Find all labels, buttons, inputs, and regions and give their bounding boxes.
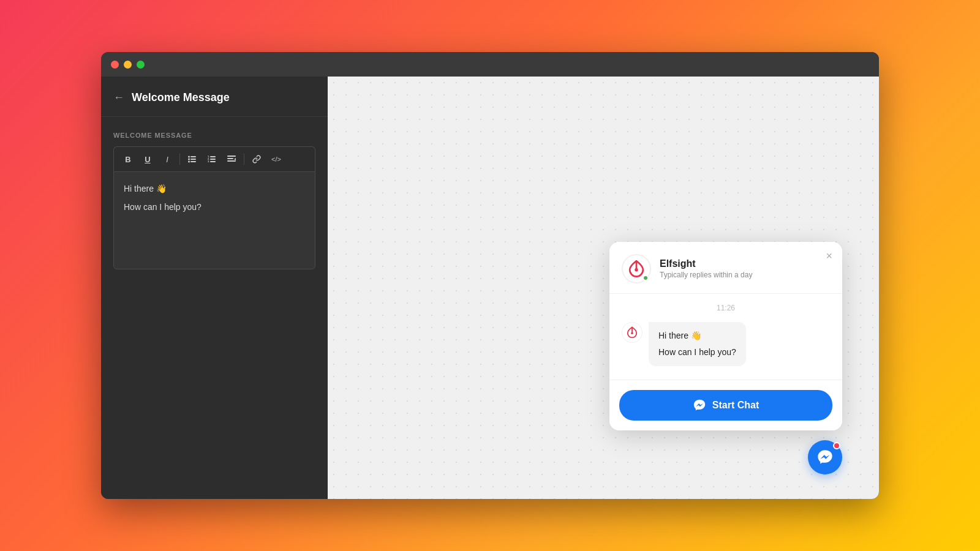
- message-editor[interactable]: Hi there 👋 How can I help you?: [113, 171, 315, 269]
- svg-rect-13: [227, 158, 233, 159]
- chat-footer: Start Chat: [609, 380, 842, 430]
- traffic-light-yellow[interactable]: [124, 61, 132, 69]
- sidebar-body: WELCOME MESSAGE B U I 1.2.3.: [101, 117, 328, 284]
- start-chat-button[interactable]: Start Chat: [619, 390, 832, 421]
- svg-rect-14: [227, 160, 236, 162]
- chat-message-avatar: [622, 322, 643, 343]
- link-button[interactable]: [247, 151, 266, 168]
- browser-content: ← Welcome Message WELCOME MESSAGE B U I …: [101, 77, 879, 499]
- toolbar-divider-2: [244, 154, 244, 165]
- svg-rect-12: [227, 156, 236, 157]
- traffic-light-red[interactable]: [111, 61, 119, 69]
- svg-rect-11: [210, 161, 216, 162]
- chat-message-row: Hi there 👋 How can I help you?: [622, 322, 830, 366]
- svg-text:3.: 3.: [208, 160, 209, 163]
- svg-rect-3: [190, 159, 196, 160]
- chat-body: 11:26 Hi there �: [609, 294, 842, 380]
- chat-bubble: Hi there 👋 How can I help you?: [649, 322, 746, 366]
- chat-widget-container: Elfsight Typically replies within a day …: [609, 242, 842, 474]
- main-content: Elfsight Typically replies within a day …: [328, 77, 879, 499]
- section-label: WELCOME MESSAGE: [113, 132, 315, 139]
- chat-close-button[interactable]: ×: [826, 250, 832, 261]
- chat-agent-info: Elfsight Typically replies within a day: [660, 258, 830, 279]
- editor-line-1: Hi there 👋: [124, 182, 305, 195]
- chat-bubble-line-2: How can I help you?: [658, 346, 736, 359]
- svg-rect-9: [210, 159, 216, 160]
- messenger-icon: [693, 399, 706, 412]
- italic-button[interactable]: I: [158, 151, 176, 168]
- chat-agent-name: Elfsight: [660, 258, 830, 269]
- svg-point-19: [631, 332, 633, 334]
- chat-bubble-line-1: Hi there 👋: [658, 329, 736, 342]
- svg-rect-5: [190, 161, 196, 162]
- sidebar-title: Welcome Message: [132, 91, 230, 104]
- floating-messenger-icon: [816, 449, 834, 466]
- start-chat-label: Start Chat: [712, 400, 759, 411]
- chat-timestamp: 11:26: [622, 304, 830, 312]
- ordered-list-button[interactable]: 1.2.3.: [203, 151, 221, 168]
- traffic-light-green[interactable]: [137, 61, 145, 69]
- chat-agent-avatar: [622, 254, 651, 283]
- back-button[interactable]: ←: [113, 91, 124, 104]
- editor-toolbar: B U I 1.2.3.: [113, 146, 315, 171]
- bullet-list-button[interactable]: [183, 151, 202, 168]
- svg-point-2: [188, 159, 190, 160]
- bold-button[interactable]: B: [119, 151, 137, 168]
- sidebar: ← Welcome Message WELCOME MESSAGE B U I …: [101, 77, 328, 499]
- svg-rect-1: [190, 156, 196, 157]
- svg-marker-15: [234, 158, 236, 160]
- svg-rect-7: [210, 156, 216, 157]
- browser-titlebar: [101, 52, 879, 77]
- online-indicator: [643, 275, 649, 281]
- sidebar-header: ← Welcome Message: [101, 77, 328, 117]
- svg-point-4: [188, 161, 190, 163]
- floating-messenger-button[interactable]: [808, 440, 842, 474]
- floating-btn-notification-dot: [833, 442, 840, 449]
- align-button[interactable]: [222, 151, 241, 168]
- svg-point-0: [188, 156, 190, 158]
- underline-button[interactable]: U: [138, 151, 157, 168]
- editor-line-2: How can I help you?: [124, 200, 305, 214]
- browser-window: ← Welcome Message WELCOME MESSAGE B U I …: [101, 52, 879, 499]
- svg-point-17: [635, 268, 638, 271]
- chat-agent-status: Typically replies within a day: [660, 271, 830, 279]
- chat-popup: Elfsight Typically replies within a day …: [609, 242, 842, 430]
- code-button[interactable]: </>: [267, 151, 285, 168]
- chat-popup-header: Elfsight Typically replies within a day …: [609, 242, 842, 294]
- toolbar-divider-1: [179, 154, 180, 165]
